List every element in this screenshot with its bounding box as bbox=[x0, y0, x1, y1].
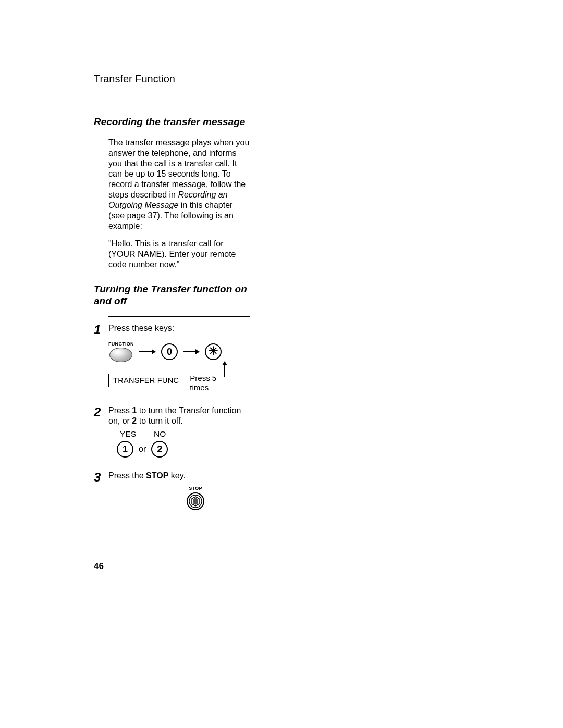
text-bold: STOP bbox=[146, 471, 168, 480]
svg-marker-3 bbox=[195, 349, 200, 354]
arrow-right-icon bbox=[139, 348, 156, 355]
svg-marker-1 bbox=[152, 349, 156, 354]
step-text: Press the STOP key. bbox=[108, 471, 250, 481]
text: Press the bbox=[108, 471, 146, 480]
svg-marker-4 bbox=[222, 361, 227, 365]
function-label: FUNCTION bbox=[108, 341, 134, 347]
label-no: NO bbox=[154, 429, 166, 439]
key-1: 1 bbox=[117, 441, 133, 458]
or-text: or bbox=[139, 445, 146, 454]
key-2: 2 bbox=[151, 441, 168, 458]
arrow-right-icon bbox=[183, 348, 200, 355]
stop-key-icon bbox=[186, 492, 205, 511]
yes-no-labels: YES NO bbox=[120, 429, 250, 439]
text: key. bbox=[168, 471, 186, 480]
step-text: Press 1 to turn the Transfer function on… bbox=[108, 405, 250, 426]
key-star: ✳ bbox=[205, 343, 222, 360]
star-glyph: ✳ bbox=[209, 346, 218, 357]
step-number: 3 bbox=[94, 471, 108, 484]
column-divider bbox=[266, 116, 266, 549]
text: to turn it off. bbox=[137, 416, 183, 425]
rule bbox=[108, 316, 250, 317]
left-column: Recording the transfer message The trans… bbox=[94, 116, 250, 511]
text-bold: 2 bbox=[132, 416, 137, 425]
para-recording-example: "Hello. This is a transfer call for (YOU… bbox=[108, 239, 250, 270]
two-column-layout: Recording the transfer message The trans… bbox=[94, 116, 480, 511]
key-0: 0 bbox=[161, 343, 178, 360]
page-number: 46 bbox=[94, 561, 104, 572]
step-1: 1 Press these keys: bbox=[94, 323, 250, 336]
arrow-up-icon bbox=[221, 361, 228, 377]
press-note: Press 5 times bbox=[190, 374, 221, 392]
step-number: 1 bbox=[94, 323, 108, 336]
choice-keys: 1 or 2 bbox=[117, 441, 250, 458]
section-header: Transfer Function bbox=[94, 73, 480, 85]
label-yes: YES bbox=[120, 429, 136, 439]
function-button: FUNCTION bbox=[108, 341, 134, 362]
text-bold: 1 bbox=[132, 406, 137, 415]
step-2: 2 Press 1 to turn the Transfer function … bbox=[94, 405, 250, 426]
step1-diagram: FUNCTION 0 ✳ bbox=[108, 341, 250, 392]
text: Press bbox=[108, 406, 132, 415]
rule bbox=[108, 464, 250, 464]
step-text: Press these keys: bbox=[108, 323, 250, 334]
step1-labels: TRANSFER FUNC Press 5 times bbox=[108, 374, 250, 392]
rule bbox=[108, 399, 250, 399]
stop-button-graphic: STOP bbox=[141, 486, 250, 511]
display-box: TRANSFER FUNC bbox=[108, 374, 183, 387]
function-key-icon bbox=[109, 348, 132, 362]
step-number: 2 bbox=[94, 405, 108, 418]
key-sequence: FUNCTION 0 ✳ bbox=[108, 341, 250, 362]
para-recording-1: The transfer message plays when you answ… bbox=[108, 138, 250, 231]
heading-recording: Recording the transfer message bbox=[94, 116, 250, 128]
stop-label: STOP bbox=[189, 486, 202, 491]
heading-turning: Turning the Transfer function on and off bbox=[94, 283, 250, 307]
page: Transfer Function Recording the transfer… bbox=[0, 0, 563, 728]
step-3: 3 Press the STOP key. bbox=[94, 471, 250, 484]
